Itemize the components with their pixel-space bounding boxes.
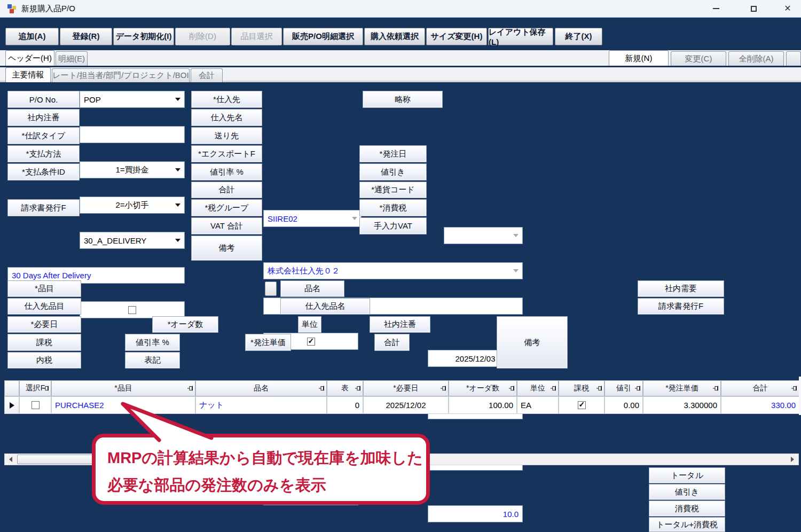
grid-cell-order-qty[interactable]: 100.00 <box>449 396 517 414</box>
taxable-label: 課税 <box>7 334 81 351</box>
toolbar-sales-po-detail-button[interactable]: 販売P/O明細選択 <box>283 28 363 45</box>
grid-cell-unit[interactable]: EA <box>517 396 559 414</box>
callout-line1: MRPの計算結果から自動で現在庫を加味した <box>107 444 417 472</box>
chevron-down-icon[interactable] <box>175 239 180 242</box>
toolbar-delete-button: 削除(D) <box>175 28 230 45</box>
grid-header-label: *品目 <box>114 384 132 393</box>
journal-type-label: *仕訳タイプ <box>7 127 80 144</box>
close-icon: ✕ <box>784 4 791 13</box>
subtab-main-info[interactable]: 主要情報 <box>5 67 51 82</box>
grid-cell-required-date[interactable]: 2025/12/02 <box>363 396 449 414</box>
pin-icon[interactable] <box>440 385 446 392</box>
pin-icon[interactable] <box>187 385 193 392</box>
supplier-item-name-label: 仕入先品名 <box>280 298 370 315</box>
grid-header-item[interactable]: *品目 <box>51 380 195 396</box>
h-scrollbar-left-button[interactable] <box>5 454 17 465</box>
tab-header[interactable]: ヘッダー(H) <box>5 50 54 66</box>
toolbar-resize-button[interactable]: サイズ変更(H) <box>426 28 487 45</box>
tab-delete-all[interactable]: 全削除(A) <box>728 51 784 66</box>
toolbar-add-button[interactable]: 追加(A) <box>5 28 59 45</box>
currency-code-label: *通貨コード <box>359 182 427 198</box>
window-title: 新規購入品P/O <box>21 0 75 18</box>
tab-partial[interactable] <box>786 51 801 66</box>
grid-header-unit[interactable]: 単位 <box>517 380 559 396</box>
grid-corner-header <box>4 380 19 396</box>
ship-to-label: 送り先 <box>191 127 262 144</box>
pin-icon[interactable] <box>508 385 515 392</box>
toolbar-layout-save-button[interactable]: レイアウト保存(L) <box>488 28 553 45</box>
toolbar-data-init-button[interactable]: データ初期化(I) <box>113 28 174 45</box>
pin-icon[interactable] <box>318 385 325 392</box>
grid-header-discount[interactable]: 値引 <box>604 380 643 396</box>
row-marker-icon <box>10 402 14 409</box>
journal-type-combo[interactable]: 1=買掛金 <box>80 161 185 178</box>
order-date-label: *発注日 <box>359 145 427 162</box>
close-button[interactable]: ✕ <box>775 0 800 17</box>
grid-header-required-date[interactable]: *必要日 <box>363 380 449 396</box>
grid-header-item-name[interactable]: 品名 <box>195 380 327 396</box>
tax-included-label: 内税 <box>7 352 81 369</box>
supplier-combo[interactable]: SIIRE02 <box>263 210 362 227</box>
grid-select-checkbox[interactable] <box>32 401 40 409</box>
grid-cell-total[interactable]: 330.00 <box>721 396 799 414</box>
vat-total-label: VAT 合計 <box>191 217 262 234</box>
toolbar-purchase-request-button[interactable]: 購入依頼選択 <box>364 28 425 45</box>
pin-icon[interactable] <box>634 385 641 392</box>
consumption-tax-input[interactable]: 10.0 <box>428 505 523 522</box>
chevron-down-icon[interactable] <box>352 217 357 220</box>
payment-method-combo[interactable]: 2=小切手 <box>80 197 185 214</box>
tab-new[interactable]: 新規(N) <box>609 50 669 66</box>
invoice-issue-f-checkbox[interactable] <box>128 306 136 314</box>
grid-cell-value: 100.00 <box>489 401 513 410</box>
grid-header-unit-price[interactable]: *発注単価 <box>643 380 721 396</box>
h-scrollbar-right-button[interactable] <box>787 454 798 465</box>
supplier-name-combo[interactable]: 株式会社仕入先０２ <box>263 262 523 279</box>
pin-icon[interactable] <box>550 385 556 392</box>
tab-change[interactable]: 変更(C) <box>671 51 726 66</box>
item-lookup-button[interactable] <box>265 281 277 296</box>
grid-cell-taxable[interactable] <box>559 396 604 414</box>
unit-label: 単位 <box>298 316 321 333</box>
grid-cell-hyo[interactable]: 0 <box>327 396 363 414</box>
grid-row-marker-cell[interactable] <box>4 396 19 414</box>
totals-total-with-tax-label: トータル+消費税 <box>649 517 725 532</box>
chevron-down-icon[interactable] <box>175 168 180 171</box>
grid-header-taxable[interactable]: 課税 <box>559 380 604 396</box>
pin-icon[interactable] <box>712 385 719 392</box>
payment-terms-id-label: *支払条件ID <box>7 163 80 181</box>
chevron-down-icon[interactable] <box>513 234 519 237</box>
grid-header-hyo[interactable]: 表 <box>327 380 363 396</box>
supplier-item-label: 仕入先品目 <box>7 298 81 315</box>
payment-terms-id-combo[interactable]: 30_A_DELIVERY <box>80 232 185 249</box>
toolbar-register-button[interactable]: 登録(R) <box>60 28 112 45</box>
pin-icon[interactable] <box>355 385 361 392</box>
subtab-rate-etc[interactable]: レート/担当者/部門/プロジェクト/BOI <box>52 68 190 82</box>
payment-method-label: *支払方法 <box>7 145 80 162</box>
pin-icon[interactable] <box>791 385 797 392</box>
minimize-button[interactable] <box>704 0 728 17</box>
toolbar-exit-button[interactable]: 終了(X) <box>555 28 602 45</box>
tab-detail[interactable]: 明細(E) <box>56 51 88 66</box>
arrow-right-icon <box>791 457 794 462</box>
grid-taxable-checkbox[interactable] <box>578 401 586 409</box>
callout-annotation: MRPの計算結果から自動で現在庫を加味した 必要な部品の発注数のみを表示 <box>92 434 430 505</box>
export-f-checkbox[interactable] <box>307 338 315 346</box>
grid-header-select-f[interactable]: 選択F <box>19 380 51 396</box>
supplier-value: SIIRE02 <box>268 214 297 223</box>
grid-header-order-qty[interactable]: *オーダ数 <box>449 380 517 396</box>
pin-icon[interactable] <box>596 385 602 392</box>
po-no-combo[interactable]: POP <box>80 91 185 108</box>
pin-icon[interactable] <box>43 385 49 392</box>
maximize-icon <box>751 6 757 12</box>
subtab-accounting[interactable]: 会計 <box>191 68 223 82</box>
grid-cell-discount[interactable]: 0.00 <box>604 396 643 414</box>
abbreviation-combo[interactable] <box>444 227 523 244</box>
maximize-button[interactable] <box>741 0 766 17</box>
grid-cell-select-f[interactable] <box>19 396 51 414</box>
grid-cell-unit-price[interactable]: 3.300000 <box>643 396 721 414</box>
chevron-down-icon[interactable] <box>513 269 519 272</box>
internal-order-no-input[interactable] <box>80 126 185 143</box>
grid-header-total[interactable]: 合計 <box>721 380 799 396</box>
chevron-down-icon[interactable] <box>175 204 180 207</box>
chevron-down-icon[interactable] <box>175 98 180 101</box>
